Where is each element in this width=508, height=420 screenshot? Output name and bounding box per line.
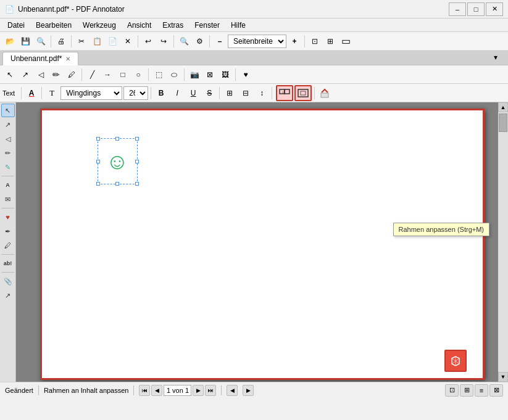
page-next-button[interactable]: ▶ xyxy=(193,385,204,396)
resize-handle-tr[interactable] xyxy=(135,137,139,141)
search-button[interactable]: 🔍 xyxy=(33,34,48,49)
paste-button[interactable]: 📄 xyxy=(105,34,120,49)
tool-eraser[interactable]: ◁ xyxy=(1,132,15,146)
zoom-select[interactable]: Seitenbreite 50% 75% 100% 150% xyxy=(228,35,286,48)
rect-button[interactable]: □ xyxy=(115,67,130,82)
smiley-annotation[interactable]: ☺ xyxy=(98,138,138,184)
menu-extras[interactable]: Extras xyxy=(157,19,188,31)
view-btn3[interactable]: ▭ xyxy=(338,34,353,49)
float-action-button[interactable] xyxy=(444,350,467,372)
open-button[interactable]: 📂 xyxy=(2,34,17,49)
resize-handle-tl[interactable] xyxy=(96,137,100,141)
sep-t0 xyxy=(21,87,22,99)
extra-tool-button[interactable] xyxy=(317,86,332,101)
camera-btn[interactable]: 📷 xyxy=(187,67,202,82)
view-double-button[interactable]: ⊞ xyxy=(460,384,473,397)
menu-datei[interactable]: Datei xyxy=(2,19,30,31)
resize-handle-bm[interactable] xyxy=(115,182,119,186)
arrow-button[interactable]: → xyxy=(100,67,115,82)
history-back-button[interactable]: ◀ xyxy=(227,385,238,396)
menu-fenster[interactable]: Fenster xyxy=(189,19,225,31)
bold-button[interactable]: B xyxy=(154,86,169,101)
resize-handle-tm[interactable] xyxy=(115,137,119,141)
tool-text[interactable]: A xyxy=(1,178,15,192)
tool-pointer[interactable]: ↖ xyxy=(1,104,15,117)
tab-main[interactable]: Unbenannt.pdf* ✕ xyxy=(2,52,78,65)
menu-bearbeiten[interactable]: Bearbeiten xyxy=(31,19,77,31)
tool-arrow-select[interactable]: ↗ xyxy=(1,118,15,131)
strikethrough-button[interactable]: S xyxy=(202,86,217,101)
image-btn[interactable]: 🖼 xyxy=(218,67,233,82)
eraser-btn[interactable]: ⬚ xyxy=(151,67,166,82)
circle-button[interactable]: ○ xyxy=(131,67,146,82)
zoom-out-button[interactable]: – xyxy=(212,34,227,49)
maximize-button[interactable]: □ xyxy=(467,2,485,16)
font-family-select[interactable]: Wingdings Arial Times New Roman xyxy=(60,86,122,100)
history-forward-button[interactable]: ▶ xyxy=(243,385,254,396)
canvas-area[interactable]: ☺ Rahmen anpassen (Strg+M) ▲ ▼ xyxy=(16,102,508,382)
align-left-button[interactable]: ⊞ xyxy=(222,86,237,101)
highlight-pen-button[interactable]: 🖊 xyxy=(64,67,79,82)
resize-handle-bl[interactable] xyxy=(96,182,100,186)
view-btn2[interactable]: ⊞ xyxy=(323,34,338,49)
view-btn1[interactable]: ⊡ xyxy=(307,34,322,49)
print-button[interactable]: 🖨 xyxy=(54,34,69,49)
view-scroll-button[interactable]: ≡ xyxy=(475,384,488,397)
close-button[interactable]: ✕ xyxy=(486,2,503,16)
tool-note[interactable]: ✉ xyxy=(1,192,15,206)
tab-close-icon[interactable]: ✕ xyxy=(65,56,70,62)
scroll-down-button[interactable]: ▼ xyxy=(498,372,508,382)
italic-button[interactable]: I xyxy=(170,86,185,101)
tool-pencil[interactable]: ✏ xyxy=(1,146,15,160)
lasso-btn[interactable]: ⬭ xyxy=(167,67,181,82)
minimize-button[interactable]: – xyxy=(449,2,466,16)
font-color-button[interactable]: A xyxy=(24,86,39,101)
font-size-select[interactable]: 26 8 10 12 14 16 18 20 24 28 32 36 48 72 xyxy=(123,86,148,100)
page-prev-button[interactable]: ◀ xyxy=(151,385,162,396)
select2-button[interactable]: ↗ xyxy=(18,67,33,82)
zoom-in-button[interactable]: + xyxy=(287,34,302,49)
tool-heart[interactable]: ♥ xyxy=(1,210,15,224)
menu-hilfe[interactable]: Hilfe xyxy=(226,19,251,31)
menu-werkzeug[interactable]: Werkzeug xyxy=(78,19,121,31)
undo-button[interactable]: ↩ xyxy=(141,34,156,49)
tool-highlight[interactable]: ✎ xyxy=(1,160,15,174)
spacing-button[interactable]: ↕ xyxy=(254,86,269,101)
view-single-button[interactable]: ⊡ xyxy=(445,384,459,397)
scroll-thumb[interactable] xyxy=(499,113,507,132)
pencil-button[interactable]: ✏ xyxy=(49,67,64,82)
fit-frame-button1[interactable]: ☺ xyxy=(276,85,293,101)
menu-ansicht[interactable]: Ansicht xyxy=(122,19,156,31)
save-button[interactable]: 💾 xyxy=(18,34,33,49)
select-tool-button[interactable]: ↖ xyxy=(2,67,17,82)
title-bar-controls[interactable]: – □ ✕ xyxy=(449,2,503,16)
resize-handle-mr[interactable] xyxy=(135,160,139,163)
copy-button[interactable]: 📋 xyxy=(90,34,104,49)
redo-button[interactable]: ↪ xyxy=(156,34,171,49)
erase-button[interactable]: ◁ xyxy=(33,67,48,82)
resize-handle-br[interactable] xyxy=(135,182,139,186)
view-fit-button[interactable]: ⊠ xyxy=(489,384,503,397)
underline-button[interactable]: U xyxy=(186,86,201,101)
tool-attach[interactable]: 📎 xyxy=(1,274,15,288)
scrollbar-vertical[interactable]: ▲ ▼ xyxy=(498,102,508,382)
tool-diagonal[interactable]: ↗ xyxy=(1,289,15,302)
align-right-button[interactable]: ⊟ xyxy=(238,86,253,101)
page-number-input[interactable] xyxy=(164,385,191,396)
tool-pen3[interactable]: 🖊 xyxy=(1,239,15,252)
line-button[interactable]: ╱ xyxy=(85,67,99,82)
scroll-up-button[interactable]: ▲ xyxy=(498,102,508,112)
resize-handle-ml[interactable] xyxy=(96,160,100,163)
tab-list-button[interactable]: ▾ xyxy=(488,50,503,65)
cut-button[interactable]: ✂ xyxy=(74,34,89,49)
fit-frame-button2[interactable] xyxy=(294,85,312,101)
find-button[interactable]: 🔍 xyxy=(177,34,191,49)
crop-btn[interactable]: ⊠ xyxy=(202,67,217,82)
tool-stamp[interactable]: ab! xyxy=(1,257,15,270)
delete-button[interactable]: ✕ xyxy=(120,34,135,49)
page-first-button[interactable]: ⏮ xyxy=(139,385,150,396)
config-button[interactable]: ⚙ xyxy=(192,34,207,49)
page-last-button[interactable]: ⏭ xyxy=(205,385,216,396)
heart-btn[interactable]: ♥ xyxy=(238,67,253,82)
tool-pen2[interactable]: ✒ xyxy=(1,224,15,238)
